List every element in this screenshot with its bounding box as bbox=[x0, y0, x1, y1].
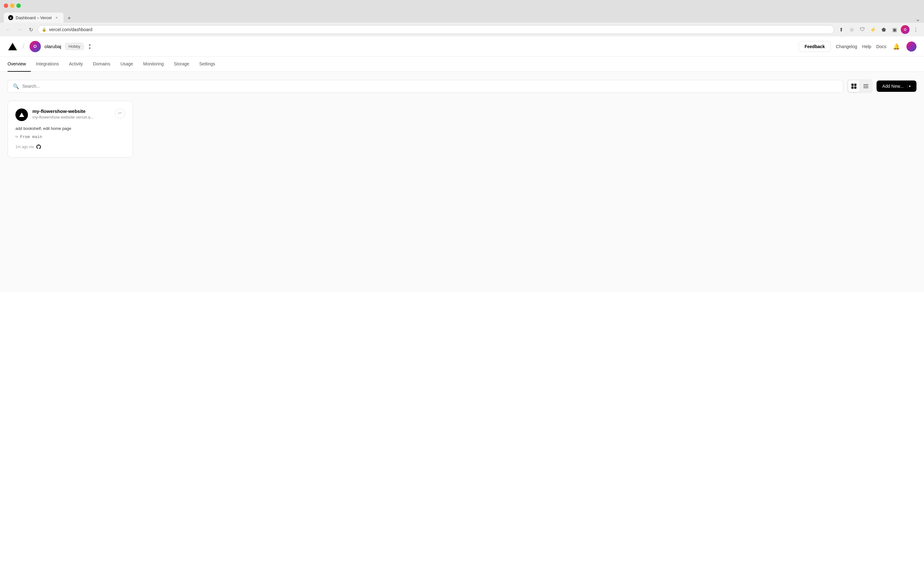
tab-title: Dashboard – Vercel bbox=[16, 15, 52, 20]
feedback-button[interactable]: Feedback bbox=[799, 41, 831, 52]
svg-rect-0 bbox=[851, 84, 854, 86]
user-profile-button[interactable] bbox=[906, 42, 916, 52]
sidebar-icon[interactable]: ▣ bbox=[890, 25, 899, 34]
url-text: vercel.com/dashboard bbox=[49, 27, 92, 32]
minimize-window-button[interactable] bbox=[10, 3, 15, 8]
user-avatar[interactable]: O bbox=[29, 41, 41, 52]
share-icon[interactable]: ⬆ bbox=[837, 25, 845, 34]
svg-rect-5 bbox=[863, 86, 868, 86]
extensions-icon[interactable]: ⬟ bbox=[879, 25, 888, 34]
project-icon bbox=[15, 109, 28, 121]
switcher-up-arrow: ▲ bbox=[88, 43, 91, 46]
bookmark-icon[interactable]: ☆ bbox=[847, 25, 856, 34]
project-name: my-flowershow-website bbox=[32, 109, 115, 114]
search-container: 🔍 bbox=[8, 80, 843, 93]
lock-icon: 🔒 bbox=[42, 28, 47, 32]
browser-toolbar: ← → ↻ 🔒 vercel.com/dashboard ⬆ ☆ 🛡 ⚡ ⬟ ▣… bbox=[0, 23, 924, 36]
view-toggle bbox=[847, 79, 873, 93]
notifications-button[interactable]: 🔔 bbox=[891, 42, 901, 52]
github-icon bbox=[36, 144, 42, 150]
tab-bar: ▲ Dashboard – Vercel × + ⌄ bbox=[0, 11, 924, 23]
browser-tab-active[interactable]: ▲ Dashboard – Vercel × bbox=[4, 13, 63, 23]
svg-rect-6 bbox=[863, 88, 868, 88]
project-url: my-flowershow-website.vercel.a... bbox=[32, 115, 115, 120]
timestamp: 1m ago via bbox=[15, 144, 125, 150]
close-window-button[interactable] bbox=[4, 3, 8, 8]
branch-name: From main bbox=[20, 134, 42, 139]
search-icon: 🔍 bbox=[13, 83, 19, 89]
search-bar: 🔍 bbox=[8, 79, 916, 93]
project-info: my-flowershow-website my-flowershow-webs… bbox=[32, 109, 115, 120]
user-name: olarubaj bbox=[45, 44, 61, 49]
browser-profile-avatar[interactable]: O bbox=[901, 25, 909, 34]
list-view-button[interactable] bbox=[860, 81, 872, 92]
extension-vercel-icon[interactable]: ⚡ bbox=[869, 25, 877, 34]
docs-link[interactable]: Docs bbox=[876, 44, 886, 49]
timestamp-text: 1m ago via bbox=[15, 144, 34, 149]
add-new-label: Add New... bbox=[882, 84, 904, 89]
browser-more-button[interactable]: ⌄ bbox=[916, 16, 920, 23]
changelog-link[interactable]: Changelog bbox=[836, 44, 858, 49]
page-content: / O olarubaj Hobby ▲ ▼ Feedback Changelo… bbox=[0, 36, 924, 578]
projects-grid: my-flowershow-website my-flowershow-webs… bbox=[8, 101, 916, 157]
back-button[interactable]: ← bbox=[4, 25, 13, 34]
nav-right: Feedback Changelog Help Docs 🔔 bbox=[799, 41, 916, 52]
grid-view-button[interactable] bbox=[848, 81, 859, 92]
help-link[interactable]: Help bbox=[862, 44, 871, 49]
svg-rect-2 bbox=[851, 86, 854, 89]
tab-close-button[interactable]: × bbox=[54, 15, 59, 20]
commit-message: add bookshelf, edit home page bbox=[15, 126, 125, 131]
top-navigation: / O olarubaj Hobby ▲ ▼ Feedback Changelo… bbox=[0, 36, 924, 57]
extension-bitwarden-icon[interactable]: 🛡 bbox=[858, 25, 867, 34]
svg-rect-4 bbox=[863, 84, 868, 85]
add-new-dropdown-icon: ▾ bbox=[907, 84, 911, 88]
tab-domains[interactable]: Domains bbox=[88, 57, 115, 72]
tab-activity[interactable]: Activity bbox=[64, 57, 88, 72]
tab-monitoring[interactable]: Monitoring bbox=[138, 57, 169, 72]
card-header: my-flowershow-website my-flowershow-webs… bbox=[15, 109, 125, 121]
branch-info: ↪ From main bbox=[15, 134, 125, 139]
forward-button[interactable]: → bbox=[15, 25, 24, 34]
tab-overview[interactable]: Overview bbox=[8, 57, 31, 72]
user-plan-badge: Hobby bbox=[65, 43, 84, 50]
search-input[interactable] bbox=[22, 84, 838, 89]
branch-icon: ↪ bbox=[15, 134, 18, 139]
browser-titlebar bbox=[0, 0, 924, 11]
browser-menu-button[interactable]: ⋮ bbox=[911, 25, 920, 34]
nav-separator: / bbox=[23, 43, 24, 50]
tab-settings[interactable]: Settings bbox=[194, 57, 220, 72]
traffic-lights bbox=[4, 3, 21, 8]
tab-integrations[interactable]: Integrations bbox=[31, 57, 64, 72]
address-bar[interactable]: 🔒 vercel.com/dashboard bbox=[38, 25, 834, 34]
main-content: 🔍 bbox=[0, 72, 924, 292]
project-triangle-icon bbox=[19, 113, 24, 117]
toolbar-actions: ⬆ ☆ 🛡 ⚡ ⬟ ▣ O ⋮ bbox=[837, 25, 920, 34]
switcher-down-arrow: ▼ bbox=[88, 47, 91, 50]
tab-favicon: ▲ bbox=[8, 15, 13, 20]
activity-button[interactable] bbox=[115, 109, 125, 119]
browser-frame: ▲ Dashboard – Vercel × + ⌄ ← → ↻ 🔒 verce… bbox=[0, 0, 924, 36]
svg-rect-3 bbox=[854, 86, 856, 89]
tab-usage[interactable]: Usage bbox=[115, 57, 138, 72]
account-switcher-button[interactable]: ▲ ▼ bbox=[88, 43, 91, 50]
refresh-button[interactable]: ↻ bbox=[26, 25, 35, 34]
vercel-logo[interactable] bbox=[8, 42, 18, 52]
add-new-button[interactable]: Add New... ▾ bbox=[877, 81, 916, 92]
maximize-window-button[interactable] bbox=[16, 3, 21, 8]
sub-navigation: Overview Integrations Activity Domains U… bbox=[0, 57, 924, 72]
new-tab-button[interactable]: + bbox=[65, 14, 74, 23]
project-card[interactable]: my-flowershow-website my-flowershow-webs… bbox=[8, 101, 133, 157]
svg-rect-1 bbox=[854, 84, 856, 86]
tab-storage[interactable]: Storage bbox=[169, 57, 194, 72]
vercel-triangle-icon bbox=[8, 43, 17, 50]
